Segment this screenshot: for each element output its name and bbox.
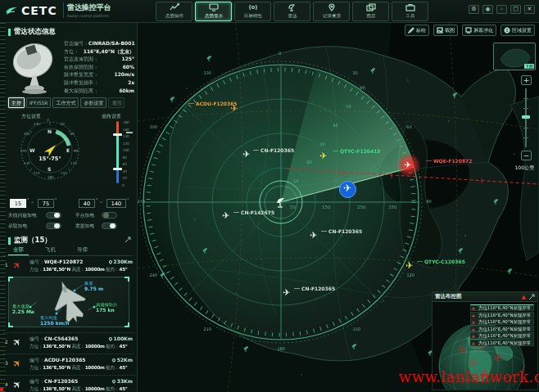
- monitor-tab-missile[interactable]: 导弹: [72, 246, 93, 255]
- tab-record-replay[interactable]: 记录重演: [313, 2, 350, 21]
- scope-range-label: 10: [293, 178, 298, 182]
- scope-axis-label: 350: [388, 205, 397, 210]
- alert-item[interactable]: ▲方位116°E,40°N发现异常: [470, 304, 534, 311]
- compass-south: S: [48, 166, 51, 172]
- scope-range-label: 60: [360, 85, 365, 89]
- scope-axis-label: 50: [290, 205, 296, 210]
- tab-target-characteristics[interactable]: 目标特性: [234, 2, 271, 21]
- hostile-aircraft-target[interactable]: ✈: [404, 160, 411, 169]
- left-control-panel: 雷达状态信息 雷达编号：CINRAD/SA-B001 方位：116°E,40°N…: [0, 23, 138, 392]
- radar-mode-buttons: 主控 IFF/SSR 工作方式 参数设置 通用: [8, 97, 125, 108]
- chart-icon: [170, 3, 179, 11]
- param-settings-button[interactable]: 参数设置: [80, 97, 106, 108]
- target-list-item[interactable]: 3 ✈ 编号：ACDU-F120365 52Km 方位：136°E,50°N 高…: [3, 354, 134, 373]
- map-scale-label: 100公里: [515, 164, 534, 172]
- elevation-to-input[interactable]: 140: [106, 199, 126, 208]
- scope-degree-label: 120: [407, 273, 414, 277]
- tab-situation-operation[interactable]: 态势操作: [156, 2, 192, 21]
- tab-layers[interactable]: 图层: [352, 2, 389, 21]
- target-list-item[interactable]: 2 ✈ 编号：CN-C564365 100Km 方位：136°E,50°N 高度…: [3, 332, 134, 352]
- zoom-slider-handle[interactable]: [522, 115, 530, 119]
- maximize-button[interactable]: □: [510, 5, 521, 14]
- close-button[interactable]: ✕: [524, 5, 535, 14]
- compass-north: N: [48, 128, 52, 134]
- aircraft-target[interactable]: ✈: [283, 288, 290, 297]
- transmit-power-toggle[interactable]: [102, 223, 117, 229]
- alert-item[interactable]: ▲方位116°E,40°N发现异常: [470, 326, 534, 332]
- monitor-tab-aircraft[interactable]: 飞机: [40, 246, 61, 255]
- pencil-icon: [408, 27, 414, 34]
- scope-range-label: 40: [333, 123, 337, 127]
- globe-icon: [504, 27, 510, 34]
- expand-icon[interactable]: [528, 294, 535, 300]
- aircraft-target[interactable]: ✈: [310, 231, 317, 240]
- alert-item[interactable]: ▲方位116°E,40°N发现异常: [470, 318, 534, 325]
- settings-icon[interactable]: ⚙: [469, 5, 479, 14]
- expand-icon[interactable]: [125, 237, 131, 243]
- azimuth-compass[interactable]: N E S W 15°-75°: [20, 121, 79, 180]
- screenshot-button[interactable]: 截图: [433, 25, 458, 36]
- window-controls: ⚙ ◉ – □ ✕: [469, 5, 535, 14]
- zoom-slider-track[interactable]: [525, 88, 527, 147]
- aircraft-target[interactable]: ✈: [405, 261, 413, 270]
- elevation-handle-lower[interactable]: [113, 168, 122, 170]
- azimuth-title: 方位设置: [21, 113, 41, 120]
- tab-situation-display[interactable]: 态势显示: [195, 2, 232, 21]
- monitor-icon: [209, 3, 219, 11]
- scope-degree-label: 30: [352, 70, 357, 74]
- screen-clean-button[interactable]: 屏幕净化: [462, 25, 496, 36]
- scope-degree-label: 0: [279, 51, 281, 55]
- minimap[interactable]: 卫图: [493, 43, 536, 70]
- alert-item[interactable]: ▲方位116°E,40°N发现异常: [470, 340, 534, 346]
- layers-icon: [366, 3, 376, 11]
- alert-item[interactable]: ▲方位116°E,40°N发现异常: [470, 332, 534, 339]
- zoom-in-button[interactable]: +: [521, 75, 532, 85]
- radar-status-header: 雷达状态信息: [8, 27, 56, 37]
- acquisition-power-toggle[interactable]: [46, 223, 61, 229]
- tab-tools[interactable]: 工具: [392, 2, 428, 21]
- azimuth-from-input[interactable]: 15: [10, 199, 26, 208]
- distance-pin-icon: [111, 379, 116, 384]
- distance-pin-icon: [108, 259, 113, 264]
- elevation-slider[interactable]: 180 160 140 120 100 80 60 40 20 0: [110, 119, 134, 195]
- scope-degree-label: 210: [204, 327, 211, 331]
- aircraft-target[interactable]: ✈: [319, 151, 327, 160]
- main-nav-tabs: 态势操作 态势显示 目标特性 雷达 记录重演 图层: [156, 2, 428, 21]
- location-pin-icon: [327, 3, 337, 11]
- radar-status-title: 雷达状态信息: [14, 27, 56, 37]
- distance-pin-icon: [111, 358, 116, 363]
- elevation-from-input[interactable]: 40: [79, 199, 95, 208]
- target-list-item[interactable]: 1 ✈ 编号：WQE-F120872 230Km 方位：136°E,50°N 高…: [3, 255, 134, 275]
- aircraft-target[interactable]: ✈: [222, 211, 229, 220]
- antenna-servo-power-toggle[interactable]: [46, 212, 61, 219]
- scope-degree-label: 300: [150, 124, 157, 128]
- header-bar: CETC 雷达操控平台 Radar control platform 态势操作 …: [0, 0, 539, 23]
- zoom-out-button[interactable]: −: [521, 151, 532, 160]
- main-control-button[interactable]: 主控: [8, 97, 25, 108]
- region-settings-button[interactable]: 区域设置: [500, 25, 535, 36]
- radar-status-fields: 雷达编号：CINRAD/SA-B001 方位：116°E,40°N（北京） 雷达…: [64, 39, 134, 94]
- minimap-type-badge[interactable]: 卫图: [524, 64, 534, 69]
- target-list-item[interactable]: 4 ✈ 编号：CN-F120365 33Km 方位：136°E,50°N 高度：…: [3, 375, 134, 392]
- minimize-button[interactable]: –: [496, 5, 507, 14]
- alert-item[interactable]: ▲方位116°E,40°N发现异常: [470, 312, 534, 318]
- general-button[interactable]: 通用: [108, 97, 125, 108]
- aircraft-label: CN-F120365: [253, 147, 294, 153]
- scope-range-label: 20: [306, 160, 311, 164]
- monitor-tab-all[interactable]: 全部: [8, 246, 29, 255]
- scope-range-label: 30: [319, 142, 324, 146]
- scope-degree-label: 180: [278, 346, 285, 350]
- iff-ssr-button[interactable]: IFF/SSR: [26, 97, 51, 108]
- tab-radar[interactable]: 雷达: [274, 2, 310, 21]
- radar-dish-icon: [288, 3, 297, 11]
- aircraft-target[interactable]: ✈: [242, 150, 250, 159]
- work-mode-button[interactable]: 工作方式: [52, 97, 79, 108]
- scope-degree-label: 240: [150, 273, 157, 277]
- friendly-aircraft-target[interactable]: ✈: [343, 184, 351, 193]
- plot-button[interactable]: 标绘: [405, 25, 429, 36]
- azimuth-to-input[interactable]: 75: [38, 199, 54, 208]
- elevation-handle-upper[interactable]: [113, 133, 122, 136]
- platform-power-toggle[interactable]: [102, 212, 117, 219]
- scope-axis-label: 250: [357, 205, 366, 210]
- about-icon[interactable]: ◉: [482, 5, 493, 14]
